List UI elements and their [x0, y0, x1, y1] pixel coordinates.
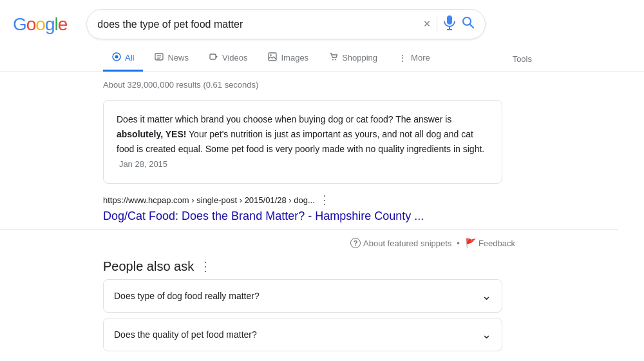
more-icon: ⋮: [398, 53, 407, 63]
paa-question-1: Does the quality of pet food matter?: [114, 329, 257, 340]
svg-marker-12: [216, 55, 218, 59]
logo-o2: o: [35, 14, 45, 34]
source-url: https://www.hcpap.com › single-post › 20…: [103, 195, 315, 205]
svg-rect-13: [269, 53, 276, 61]
svg-line-4: [470, 24, 474, 28]
meta-separator: •: [457, 239, 460, 248]
news-icon: [155, 52, 164, 63]
tab-videos[interactable]: Videos: [200, 46, 257, 72]
feedback-icon: 🚩: [465, 238, 476, 248]
paa-chevron-0: ⌄: [482, 289, 491, 303]
svg-point-6: [115, 55, 118, 59]
google-logo: Google: [13, 14, 67, 35]
paa-header: People also ask ⋮: [103, 259, 502, 274]
results-count: About 329,000,000 results (0.61 seconds): [0, 72, 644, 95]
nav-tabs: All News Videos Images Shopping ⋮ More T…: [0, 46, 644, 72]
about-snippets-button[interactable]: ? About featured snippets: [350, 238, 451, 248]
microphone-icon[interactable]: [444, 15, 455, 34]
snippet-date: Jan 28, 2015: [119, 159, 167, 169]
shopping-icon: [329, 52, 338, 63]
logo-g: G: [13, 14, 26, 34]
svg-point-15: [332, 59, 334, 61]
images-icon: [268, 52, 277, 63]
search-divider: [437, 17, 437, 32]
svg-rect-11: [210, 54, 216, 59]
snippet-text-part1: Does it matter which brand you choose wh…: [117, 114, 451, 124]
tab-shopping[interactable]: Shopping: [320, 46, 386, 72]
feedback-label: Feedback: [478, 239, 515, 248]
tab-more[interactable]: ⋮ More: [389, 46, 439, 72]
about-snippets-label: About featured snippets: [363, 239, 451, 248]
snippet-meta: ? About featured snippets • 🚩 Feedback: [0, 229, 618, 248]
paa-chevron-1: ⌄: [482, 327, 491, 342]
featured-snippet: Does it matter which brand you choose wh…: [103, 100, 502, 184]
logo-e: e: [58, 14, 68, 34]
paa-title: People also ask: [103, 259, 194, 274]
tab-all[interactable]: All: [103, 46, 143, 72]
people-also-ask-section: People also ask ⋮ Does type of dog food …: [103, 259, 502, 351]
svg-point-14: [270, 54, 272, 56]
all-icon: [112, 52, 121, 63]
search-bar[interactable]: ×: [86, 9, 486, 39]
svg-rect-0: [447, 15, 452, 24]
tab-news[interactable]: News: [146, 46, 198, 72]
source-options-icon[interactable]: ⋮: [319, 193, 331, 207]
header: Google ×: [0, 0, 644, 46]
search-button[interactable]: [462, 16, 475, 32]
svg-point-16: [335, 59, 336, 61]
tab-images[interactable]: Images: [259, 46, 317, 72]
result-title-link[interactable]: Dog/Cat Food: Does the Brand Matter? - H…: [103, 210, 489, 223]
paa-item-1[interactable]: Does the quality of pet food matter? ⌄: [103, 318, 502, 351]
paa-options-icon[interactable]: ⋮: [199, 259, 212, 274]
videos-icon: [209, 52, 218, 63]
snippet-text: Does it matter which brand you choose wh…: [117, 112, 489, 171]
clear-icon[interactable]: ×: [424, 17, 431, 31]
paa-item-0[interactable]: Does type of dog food really matter? ⌄: [103, 279, 502, 313]
question-icon: ?: [350, 238, 361, 248]
source-url-row: https://www.hcpap.com › single-post › 20…: [103, 193, 502, 207]
paa-question-0: Does type of dog food really matter?: [114, 291, 260, 301]
feedback-button[interactable]: 🚩 Feedback: [465, 238, 515, 248]
snippet-text-bold: absolutely, YES!: [117, 129, 186, 139]
tools-button[interactable]: Tools: [504, 48, 541, 70]
search-input[interactable]: [97, 19, 417, 30]
logo-o1: o: [26, 14, 36, 34]
logo-g2: g: [45, 14, 55, 34]
